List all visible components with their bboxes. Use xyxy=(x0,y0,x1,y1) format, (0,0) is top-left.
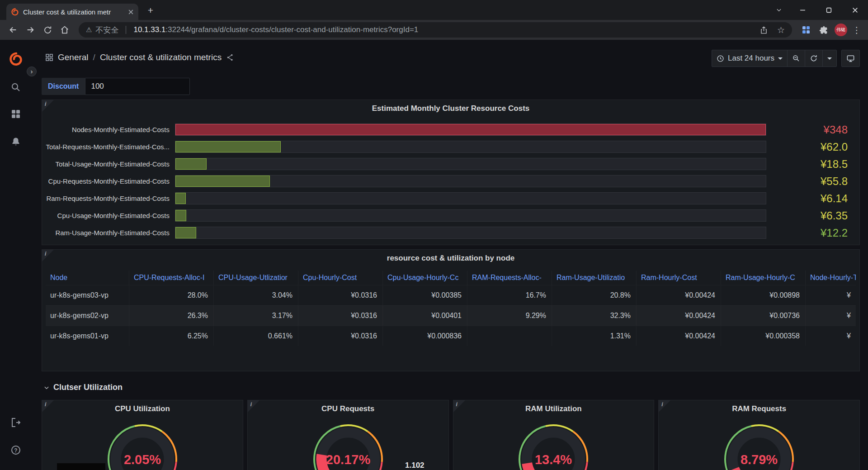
gauge-chart: 8.79% xyxy=(721,421,797,470)
help-icon[interactable]: ? xyxy=(8,442,24,458)
chevron-down-icon xyxy=(43,385,50,391)
grafana-sidebar: ? xyxy=(0,40,32,470)
window-minimize-button[interactable] xyxy=(789,0,816,20)
table-cell: 32.3% xyxy=(552,306,637,326)
window-close-button[interactable] xyxy=(842,0,868,20)
table-row: ur-k8s-gems03-vp28.0%3.04%¥0.0316¥0.0038… xyxy=(46,285,856,305)
discount-variable-label: Discount xyxy=(42,78,85,95)
tab-search-caret-icon[interactable] xyxy=(769,0,789,20)
column-header[interactable]: Node-Hourly-T xyxy=(806,271,856,285)
gauge-chart: 13.4% xyxy=(515,421,592,470)
column-header[interactable]: Ram-Usage-Utilizatio xyxy=(552,271,637,285)
column-header[interactable]: Cpu-Hourly-Cost xyxy=(298,271,383,285)
refresh-button[interactable] xyxy=(805,50,823,67)
bookmark-star-icon[interactable]: ☆ xyxy=(777,25,785,35)
bar-label: Cpu-Requests-Monthly-Estimated-Costs xyxy=(46,177,175,185)
column-header[interactable]: RAM-Requests-Alloc- xyxy=(467,271,552,285)
table-cell: 1.31% xyxy=(552,326,637,346)
dashboards-icon[interactable] xyxy=(8,106,24,122)
table-cell: 16.7% xyxy=(467,285,552,305)
info-icon: i xyxy=(45,401,46,408)
bar-label: Cpu-Usage-Monthly-Estimated-Costs xyxy=(46,212,175,219)
table-cell: ur-k8s-gems02-vp xyxy=(46,306,129,326)
browser-tab[interactable]: Cluster cost & utilization metr xyxy=(6,4,138,20)
address-bar[interactable]: ⚠ 不安全 10.1.33.1:32244/grafana/d/cluster-… xyxy=(79,22,792,38)
discount-input[interactable] xyxy=(85,78,190,95)
table-cell: ¥0.00385 xyxy=(383,285,467,305)
panel-info-corner[interactable] xyxy=(42,100,54,112)
table-row: ur-k8s-gems01-vp6.25%0.661%¥0.0316¥0.000… xyxy=(46,326,856,346)
table-cell: ur-k8s-gems01-vp xyxy=(46,326,129,346)
alerting-bell-icon[interactable] xyxy=(8,134,24,149)
bar-track xyxy=(175,175,766,187)
table-cell: ¥0.00424 xyxy=(637,326,721,346)
bar-value: ¥6.14 xyxy=(766,192,856,205)
table-cell: ¥ xyxy=(806,306,856,326)
share-dashboard-icon[interactable] xyxy=(226,53,234,62)
panel-info-corner[interactable] xyxy=(248,400,259,412)
gauge-title: RAM Requests xyxy=(659,400,859,413)
gauge-title: CPU Requests xyxy=(248,400,448,413)
column-header[interactable]: Cpu-Usage-Hourly-Cc xyxy=(383,271,467,285)
panel-info-corner[interactable] xyxy=(42,400,54,412)
bar-row: Cpu-Usage-Monthly-Estimated-Costs¥6.35 xyxy=(46,209,856,222)
bar-fill xyxy=(175,193,186,204)
refresh-interval-caret[interactable] xyxy=(822,50,837,67)
kiosk-mode-button[interactable] xyxy=(841,50,860,67)
table-cell: ¥0.0316 xyxy=(298,306,383,326)
row-cluster-utilization[interactable]: Clutser Utilization xyxy=(43,383,123,392)
table-cell: ¥ xyxy=(806,326,856,346)
breadcrumb-root[interactable]: General xyxy=(58,52,89,62)
unknown-overlay-box xyxy=(57,463,105,470)
bar-track xyxy=(175,158,766,170)
bar-fill xyxy=(175,176,270,187)
browser-menu-icon[interactable]: ⋮ xyxy=(850,25,863,35)
zoom-out-button[interactable] xyxy=(787,50,805,67)
back-button[interactable] xyxy=(5,21,22,38)
table-cell: 28.0% xyxy=(129,285,214,305)
window-maximize-button[interactable] xyxy=(816,0,842,20)
search-icon[interactable] xyxy=(8,80,24,95)
row-title: Clutser Utilization xyxy=(53,383,123,392)
table-cell: ¥0.000358 xyxy=(721,326,806,346)
tab-close-icon[interactable] xyxy=(128,9,134,15)
new-tab-button[interactable]: + xyxy=(145,5,156,16)
forward-button[interactable] xyxy=(22,21,39,38)
table-cell: ¥0.00424 xyxy=(637,306,721,326)
apps-grid-icon[interactable] xyxy=(797,21,815,38)
security-label[interactable]: 不安全 xyxy=(95,25,118,35)
time-range-picker[interactable]: Last 24 hours xyxy=(712,50,788,67)
column-header[interactable]: Ram-Hourly-Cost xyxy=(637,271,721,285)
grafana-favicon-icon xyxy=(11,8,19,16)
browser-tab-strip: Cluster cost & utilization metr + xyxy=(0,0,868,20)
reload-button[interactable] xyxy=(39,21,56,38)
bar-label: Ram-Usage-Monthly-Estimated-Costs xyxy=(46,229,175,237)
column-header[interactable]: Ram-Usage-Hourly-C xyxy=(721,271,806,285)
breadcrumb-separator: / xyxy=(93,52,95,62)
time-range-label: Last 24 hours xyxy=(728,54,774,63)
profile-avatar[interactable]: 伟铭 xyxy=(835,24,847,36)
gauge-panel: iCPU Utilization2.05% xyxy=(42,400,243,470)
bar-row: Ram-Usage-Monthly-Estimated-Costs¥12.2 xyxy=(46,227,856,239)
panel-estimated-monthly-costs: i Estimated Monthly Cluster Resource Cos… xyxy=(42,100,860,245)
bar-fill xyxy=(175,227,196,238)
gauge-chart: 20.17% xyxy=(310,421,387,470)
url-text[interactable]: 10.1.33.1:32244/grafana/d/cluster-costs/… xyxy=(133,25,418,34)
info-icon: i xyxy=(250,401,252,408)
gauge-value: 20.17% xyxy=(326,452,370,467)
grafana-logo-icon[interactable] xyxy=(8,51,24,66)
panel-info-corner[interactable] xyxy=(453,400,465,412)
panel-info-corner[interactable] xyxy=(659,400,670,412)
table-cell: 3.04% xyxy=(214,285,298,305)
sign-in-icon[interactable] xyxy=(8,415,24,430)
column-header[interactable]: CPU-Requests-Alloc-I xyxy=(129,271,214,285)
share-icon[interactable] xyxy=(760,26,768,34)
home-button[interactable] xyxy=(56,21,73,38)
column-header[interactable]: Node xyxy=(46,271,129,285)
panel-info-corner[interactable] xyxy=(42,250,54,261)
column-header[interactable]: CPU-Usage-Utlizatior xyxy=(214,271,298,285)
bar-value: ¥62.0 xyxy=(766,141,856,153)
page-title: Cluster cost & utilization metrics xyxy=(100,52,222,62)
extensions-puzzle-icon[interactable] xyxy=(815,21,832,38)
sidebar-expand-button[interactable]: › xyxy=(27,66,37,76)
